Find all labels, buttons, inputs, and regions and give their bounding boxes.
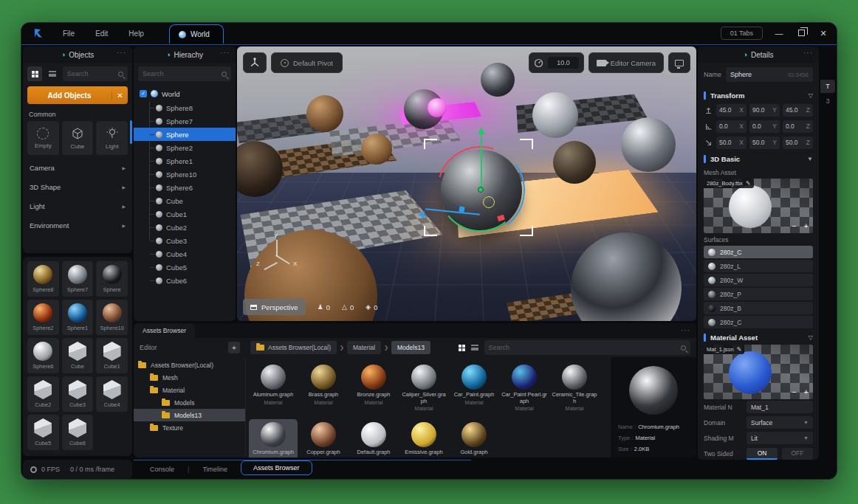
assets-search-input[interactable]: Search	[484, 340, 691, 355]
scene-sphere[interactable]	[532, 92, 578, 138]
close-button[interactable]: ✕	[817, 29, 829, 38]
hierarchy-item[interactable]: Sphere8	[134, 101, 236, 114]
default-pivot-button[interactable]: Default Pivot	[271, 52, 343, 73]
folder-tree-item[interactable]: Assets Browser(Local)	[134, 359, 245, 371]
hierarchy-item[interactable]: Cube2	[134, 221, 236, 234]
hierarchy-item[interactable]: Sphere10	[134, 168, 236, 181]
tab-timeline[interactable]: Timeline	[192, 463, 238, 476]
asset-item[interactable]: Ceramic_Tile.graph Material	[550, 362, 599, 418]
surface-item[interactable]: 280z_B	[704, 302, 813, 314]
perspective-button[interactable]: Perspective	[243, 299, 306, 315]
domain-select[interactable]: Surface▼	[747, 416, 813, 429]
category-row[interactable]: 3D Shape	[23, 177, 132, 196]
folder-tree-item[interactable]: Models13	[134, 409, 245, 421]
edit-icon[interactable]: ✎	[737, 346, 742, 353]
asset-item[interactable]: Chromium.graph Material	[249, 419, 298, 458]
rotation-x-field[interactable]: 45.0X	[716, 104, 747, 117]
edit-icon[interactable]: ✎	[746, 180, 751, 187]
zoom-in-button[interactable]: +	[804, 221, 809, 230]
hierarchy-search-input[interactable]: Search	[138, 66, 231, 81]
object-thumbnail[interactable]: Sphere6	[27, 338, 59, 373]
asset-item[interactable]: Caliper_Silver.graph Material	[399, 362, 448, 418]
scene-sphere[interactable]	[553, 141, 596, 184]
asset-item[interactable]: Aluminum.graph Material	[249, 362, 298, 418]
scale-y-field[interactable]: 50.0Y	[749, 137, 780, 149]
gizmo-x-arrowhead[interactable]	[418, 211, 425, 218]
hierarchy-item[interactable]: Cube	[134, 194, 236, 207]
surface-item[interactable]: 280z_C	[704, 246, 813, 258]
breadcrumb-material[interactable]: Material	[347, 341, 381, 354]
mesh-file-chip[interactable]: 280z_Body.fbx✎	[704, 179, 754, 188]
minimize-button[interactable]: —	[773, 29, 785, 38]
collapse-icon[interactable]: ▽	[809, 334, 813, 341]
scale-z-field[interactable]: 50.0Z	[783, 137, 813, 149]
gizmo-handle-blue[interactable]	[459, 206, 464, 212]
tab-assets-browser[interactable]: Assets Browser	[241, 460, 312, 475]
breadcrumb-models13[interactable]: Models13	[391, 341, 430, 354]
list-view-button[interactable]	[45, 66, 60, 81]
surface-item[interactable]: 280z_C	[704, 316, 813, 328]
zoom-in-button[interactable]: +	[804, 387, 809, 396]
gizmo-y-axis[interactable]	[481, 134, 482, 187]
category-row[interactable]: Environment	[23, 215, 132, 235]
surface-item[interactable]: 280z_P	[704, 288, 813, 300]
category-row[interactable]: Camera	[23, 158, 132, 177]
hierarchy-item[interactable]: Cube5	[134, 260, 236, 274]
object-thumbnail[interactable]: Sphere10	[96, 300, 128, 335]
name-input[interactable]: Sphere ID:3456	[726, 67, 813, 82]
material-asset-section-header[interactable]: Material Asset ▽	[704, 330, 813, 345]
editor-camera-button[interactable]: Editor Camera	[588, 52, 664, 73]
object-thumbnail[interactable]: Sphere1	[62, 300, 94, 335]
camera-speed-value[interactable]: 10.0	[548, 57, 579, 69]
common-item-light[interactable]: Light	[96, 121, 128, 155]
objects-search-input[interactable]: Search	[63, 66, 128, 81]
gizmo-screen-circle[interactable]	[483, 196, 495, 208]
gizmo-y-arrowhead[interactable]	[478, 127, 485, 134]
hierarchy-item[interactable]: Sphere6	[134, 181, 236, 194]
tab-console[interactable]: Console	[140, 463, 185, 476]
add-folder-button[interactable]: +	[228, 342, 240, 353]
surface-item[interactable]: 280z_L	[704, 260, 813, 272]
scene-sphere-pink[interactable]	[428, 98, 447, 117]
list-view-icon[interactable]	[471, 345, 478, 351]
display-button[interactable]	[668, 52, 690, 73]
hierarchy-item[interactable]: Sphere1	[134, 154, 236, 168]
more-options-icon[interactable]: ···	[117, 49, 126, 57]
camera-speed-control[interactable]: 10.0	[529, 52, 584, 73]
asset-item[interactable]: Default.graph Material	[349, 419, 398, 458]
gizmo-center-dot[interactable]	[478, 187, 484, 193]
details-panel-header[interactable]: ◑Details ···	[698, 46, 819, 63]
surface-item[interactable]: 280z_W	[704, 274, 813, 286]
object-thumbnail[interactable]: Sphere2	[27, 300, 59, 335]
hierarchy-item[interactable]: Cube6	[134, 274, 236, 287]
more-options-icon[interactable]: ···	[220, 49, 230, 57]
object-thumbnail[interactable]: Sphere7	[62, 261, 94, 297]
toggle-off-button[interactable]: OFF	[782, 448, 813, 460]
hierarchy-item[interactable]: Cube4	[134, 247, 236, 260]
move-tool-button[interactable]	[243, 52, 267, 73]
restore-button[interactable]	[795, 29, 807, 38]
scene-sphere[interactable]	[481, 63, 515, 97]
more-options-icon[interactable]: ···	[681, 326, 690, 334]
assets-browser-tab[interactable]: Assets Browser	[134, 323, 195, 338]
scene-sphere[interactable]	[621, 117, 676, 172]
menu-help[interactable]: Help	[120, 27, 153, 41]
close-icon[interactable]: ✕	[111, 92, 128, 100]
common-item-cube[interactable]: Cube	[62, 121, 94, 155]
scale-x-field[interactable]: 50.0X	[716, 137, 747, 149]
rotation-y-field[interactable]: 90.0Y	[749, 104, 780, 117]
folder-tree-item[interactable]: Texture	[134, 421, 245, 434]
asset-item[interactable]: Bronze.graph Material	[349, 362, 398, 418]
object-thumbnail[interactable]: Cube5	[27, 415, 59, 450]
asset-item[interactable]: Gold.graph Material	[450, 419, 498, 458]
object-thumbnail[interactable]: Cube2	[27, 376, 59, 412]
rotation-z-field[interactable]: 45.0Z	[783, 104, 813, 117]
zoom-out-button[interactable]: −	[792, 387, 796, 396]
menu-edit[interactable]: Edit	[86, 27, 117, 41]
hierarchy-panel-header[interactable]: ◑Hierachy ···	[134, 46, 236, 63]
hierarchy-item[interactable]: Sphere	[134, 128, 236, 141]
grid-view-button[interactable]	[27, 66, 42, 81]
category-row[interactable]: Light	[23, 196, 132, 215]
objects-panel-header[interactable]: ◑Objects ···	[23, 46, 132, 63]
hierarchy-root-world[interactable]: ✓ World	[134, 86, 236, 101]
